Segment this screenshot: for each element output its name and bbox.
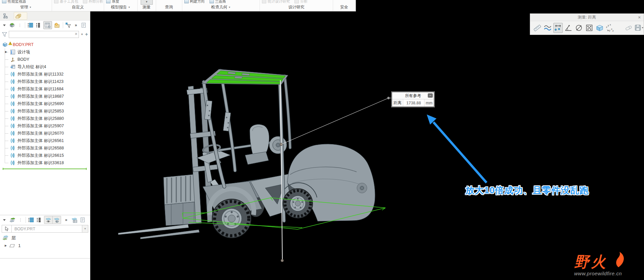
expand-arrow-icon[interactable]: ▶ (5, 50, 7, 53)
more-options-icon[interactable]: ⋮ (18, 217, 23, 223)
dialog-header[interactable]: 所有参考 − (392, 92, 434, 99)
tree-item[interactable]: 外部添加主体 标识25853 (0, 107, 90, 115)
tree-item[interactable]: 外部添加主体 标识25690 (0, 100, 90, 107)
tree-item[interactable]: 外部添加主体 标识26588 (0, 144, 90, 152)
layer-visibility-toggle[interactable] (44, 216, 52, 224)
ribbon-group-label[interactable]: 检查几何▼ (211, 4, 231, 11)
tree-columns-button[interactable] (43, 21, 52, 29)
more-options-icon[interactable]: ⋮ (17, 22, 22, 29)
ribbon-group: 构建方向三面角检查几何▼ (182, 0, 260, 11)
overhead-guard-roof[interactable] (201, 69, 288, 85)
tab-model-tree[interactable] (2, 12, 10, 19)
clear-measurements-button[interactable] (624, 23, 633, 33)
measure-distance-button[interactable] (553, 23, 563, 33)
collapse-levels-button[interactable] (36, 22, 41, 29)
measure-value[interactable]: 1738.88 (403, 99, 424, 106)
expand-levels-button[interactable] (28, 217, 34, 223)
select-cursor-button[interactable] (2, 225, 12, 233)
annotation-arrow (427, 114, 487, 183)
tree-item[interactable]: 外部添加主体 标识11684 (0, 85, 90, 93)
add-filter-icon[interactable]: + (85, 32, 88, 37)
tree-view-dropdown[interactable] (2, 22, 7, 29)
tree-item[interactable]: BODY (0, 56, 90, 63)
search-dropdown-icon[interactable]: ▼ (81, 33, 83, 36)
ribbon-group-label[interactable]: 测量 (143, 4, 151, 11)
tab-folder-browser[interactable] (14, 12, 27, 20)
insert-here-indicator[interactable] (3, 169, 87, 169)
model-display-button[interactable] (9, 22, 15, 29)
front-wheel (212, 199, 251, 238)
measure-curve-length-button[interactable] (543, 23, 552, 33)
measure-volume-button[interactable] (595, 23, 604, 33)
tree-item[interactable]: 外部添加主体 标识25880 (0, 115, 90, 122)
ribbon-button[interactable]: 厚度 (106, 0, 119, 4)
ribbon-button[interactable]: 构建方向 (184, 0, 205, 4)
eraser-icon (625, 24, 633, 32)
tool-icon (54, 0, 58, 3)
ribbon-group-label[interactable]: 模型报告▼ (111, 4, 130, 11)
ground-wireframe-highlight (182, 198, 385, 229)
tree-item[interactable]: 外部添加主体 标识33618 (0, 159, 90, 167)
ext-body-icon (10, 131, 15, 136)
measure-area-button[interactable] (585, 23, 594, 33)
tree-item[interactable]: 外部添加主体 标识26561 (0, 137, 90, 144)
3d-viewport[interactable] (0, 0, 644, 280)
ribbon-group-buttons (335, 0, 355, 4)
tree-item-label: 外部添加主体 标识25907 (17, 123, 64, 129)
palette-title-bar[interactable]: 测量: 距离 × (530, 14, 644, 21)
layer-owner-field[interactable]: BODY.PRT (12, 225, 82, 233)
layer-settings-doc-button[interactable] (80, 217, 85, 223)
tree-settings-doc-button[interactable] (81, 22, 86, 29)
layer-view-dropdown[interactable] (2, 217, 7, 223)
tree-item[interactable]: 外部添加主体 标识18687 (0, 93, 90, 100)
layer-table-button[interactable] (71, 217, 78, 223)
overflow-chevrons-icon[interactable]: » (73, 22, 79, 29)
close-icon[interactable]: × (638, 15, 641, 20)
layers-header[interactable]: 层 (0, 233, 90, 241)
tree-root-item[interactable]: BODY.PRT (0, 41, 90, 48)
minimize-icon[interactable]: − (428, 93, 433, 98)
measure-length-button[interactable] (533, 23, 542, 33)
tree-filters-button[interactable] (65, 22, 71, 29)
ribbon-button[interactable]: 三面角 (210, 0, 226, 4)
separator (26, 217, 26, 223)
folder-settings-button[interactable] (54, 22, 60, 29)
tree-item[interactable]: 外部添加主体 标识26615 (0, 152, 90, 159)
pressed-dropdown-button[interactable]: ▼ (141, 0, 153, 5)
combo-dropdown-icon[interactable]: ▼ (82, 225, 88, 233)
tree-search-input[interactable] (9, 31, 79, 38)
ribbon-group-label[interactable]: 设计研究 (288, 4, 305, 11)
ribbon-button: 分析 (294, 0, 308, 4)
layer-item[interactable]: ▶1 (0, 241, 90, 248)
expand-arrow-icon[interactable]: ▶ (5, 244, 7, 247)
expand-levels-button[interactable] (28, 22, 33, 29)
tree-item[interactable]: 外部添加主体 标识25907 (0, 122, 90, 130)
csys-icon (10, 57, 15, 62)
ribbon-group-label[interactable]: 管理▼ (20, 4, 32, 11)
ribbon-button[interactable]: 性能监视器 (2, 0, 26, 4)
measured-edge[interactable] (280, 80, 284, 262)
measure-diameter-button[interactable] (574, 23, 584, 33)
svg-text:y: y (608, 24, 609, 27)
tree-item[interactable]: 外部添加主体 标识11332 (0, 71, 90, 78)
collapse-levels-button[interactable] (36, 217, 42, 223)
tool-icon (210, 0, 214, 3)
expand-list-icon (28, 22, 33, 28)
tree-item[interactable]: 导入特征 标识4 (0, 63, 90, 71)
save-measurement-button[interactable] (634, 23, 644, 33)
ribbon-group-label[interactable]: 自定义 (72, 4, 84, 11)
tree-item[interactable]: 外部添加主体 标识11423 (0, 78, 90, 85)
tree-item[interactable]: ▶设计项 (0, 48, 90, 56)
clear-search-icon[interactable]: ✕ (75, 32, 78, 36)
tree-item[interactable]: 外部添加主体 标识26070 (0, 130, 90, 137)
measure-transform-button[interactable]: y x z y x z (605, 23, 615, 33)
ribbon-group-label[interactable]: 安全 (340, 4, 348, 11)
layer-cube-icon (54, 217, 60, 223)
caret-down-icon: ▼ (228, 6, 231, 8)
measure-angle-button[interactable] (564, 23, 573, 33)
tree-item-label: 外部添加主体 标识18687 (17, 94, 64, 99)
overflow-chevrons-icon[interactable]: » (63, 217, 69, 223)
ribbon-group-label[interactable]: 查询 (165, 4, 173, 11)
layer-items-toggle[interactable] (52, 216, 61, 224)
layers-button[interactable] (9, 217, 15, 223)
